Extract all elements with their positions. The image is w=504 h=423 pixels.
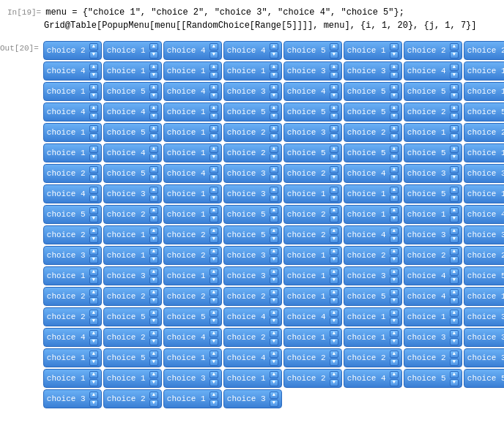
- arrow-up[interactable]: ▲: [89, 248, 98, 255]
- popup-cell[interactable]: choice 1▲▼: [163, 102, 222, 121]
- arrow-up[interactable]: ▲: [89, 43, 98, 50]
- arrow-down[interactable]: ▼: [330, 277, 338, 284]
- popup-cell[interactable]: choice 2▲▼: [103, 328, 162, 347]
- popup-cell[interactable]: choice 4▲▼: [163, 328, 222, 347]
- arrow-up[interactable]: ▲: [210, 248, 218, 255]
- arrow-down[interactable]: ▼: [89, 400, 98, 407]
- popup-cell[interactable]: choice 5▲▼: [103, 307, 162, 326]
- popup-cell[interactable]: choice 1▲▼: [163, 123, 222, 142]
- arrow-up[interactable]: ▲: [390, 351, 399, 358]
- arrow-up[interactable]: ▲: [210, 84, 218, 91]
- arrow-down[interactable]: ▼: [270, 174, 278, 181]
- popup-cell[interactable]: choice 2▲▼: [284, 225, 342, 244]
- popup-cell[interactable]: choice 2▲▼: [464, 41, 504, 60]
- popup-cell[interactable]: choice 3▲▼: [103, 184, 162, 203]
- popup-cell[interactable]: choice 5▲▼: [223, 102, 282, 121]
- popup-cell[interactable]: choice 1▲▼: [464, 143, 504, 162]
- popup-cell[interactable]: choice 3▲▼: [43, 389, 102, 408]
- arrow-up[interactable]: ▲: [270, 125, 278, 132]
- arrow-down[interactable]: ▼: [270, 236, 278, 243]
- popup-cell[interactable]: choice 5▲▼: [344, 143, 402, 162]
- arrow-up[interactable]: ▲: [390, 330, 399, 337]
- arrow-down[interactable]: ▼: [210, 400, 218, 407]
- arrow-down[interactable]: ▼: [330, 113, 338, 120]
- arrow-up[interactable]: ▲: [270, 207, 278, 214]
- popup-cell[interactable]: choice 4▲▼: [344, 164, 402, 183]
- arrow-up[interactable]: ▲: [330, 310, 338, 317]
- popup-cell[interactable]: choice 2▲▼: [284, 205, 342, 224]
- popup-cell[interactable]: choice 5▲▼: [284, 143, 342, 162]
- popup-cell[interactable]: choice 2▲▼: [284, 164, 342, 183]
- popup-cell[interactable]: choice 5▲▼: [464, 266, 504, 285]
- arrow-down[interactable]: ▼: [270, 113, 278, 120]
- arrow-down[interactable]: ▼: [330, 297, 338, 304]
- popup-cell[interactable]: choice 2▲▼: [103, 287, 162, 306]
- arrow-up[interactable]: ▲: [390, 310, 399, 317]
- arrow-up[interactable]: ▲: [89, 371, 98, 378]
- popup-cell[interactable]: choice 1▲▼: [284, 184, 342, 203]
- popup-cell[interactable]: choice 2▲▼: [223, 287, 282, 306]
- popup-cell[interactable]: choice 4▲▼: [43, 184, 102, 203]
- arrow-down[interactable]: ▼: [270, 215, 278, 222]
- arrow-up[interactable]: ▲: [270, 269, 278, 276]
- arrow-up[interactable]: ▲: [270, 64, 278, 71]
- arrow-up[interactable]: ▲: [149, 84, 158, 91]
- popup-cell[interactable]: choice 2▲▼: [404, 246, 462, 265]
- arrow-up[interactable]: ▲: [390, 146, 399, 153]
- arrow-down[interactable]: ▼: [390, 256, 399, 263]
- popup-cell[interactable]: choice 1▲▼: [404, 307, 462, 326]
- arrow-up[interactable]: ▲: [450, 228, 459, 235]
- popup-cell[interactable]: choice 3▲▼: [103, 266, 162, 285]
- popup-cell[interactable]: choice 2▲▼: [223, 328, 282, 347]
- popup-cell[interactable]: choice 2▲▼: [404, 102, 462, 121]
- arrow-down[interactable]: ▼: [149, 318, 158, 325]
- arrow-down[interactable]: ▼: [390, 277, 399, 284]
- arrow-down[interactable]: ▼: [270, 297, 278, 304]
- arrow-up[interactable]: ▲: [89, 289, 98, 296]
- arrow-up[interactable]: ▲: [270, 166, 278, 173]
- popup-cell[interactable]: choice 1▲▼: [223, 61, 282, 81]
- arrow-up[interactable]: ▲: [450, 125, 459, 132]
- arrow-down[interactable]: ▼: [210, 154, 218, 161]
- arrow-up[interactable]: ▲: [390, 105, 399, 112]
- popup-cell[interactable]: choice 4▲▼: [163, 41, 222, 60]
- arrow-down[interactable]: ▼: [149, 297, 158, 304]
- arrow-up[interactable]: ▲: [330, 207, 338, 214]
- popup-cell[interactable]: choice 1▲▼: [43, 143, 102, 162]
- arrow-down[interactable]: ▼: [450, 92, 459, 100]
- arrow-down[interactable]: ▼: [450, 133, 459, 141]
- popup-cell[interactable]: choice 4▲▼: [223, 41, 282, 60]
- popup-cell[interactable]: choice 3▲▼: [404, 328, 462, 347]
- arrow-down[interactable]: ▼: [450, 215, 459, 222]
- arrow-up[interactable]: ▲: [450, 310, 459, 317]
- popup-cell[interactable]: choice 5▲▼: [223, 205, 282, 224]
- arrow-up[interactable]: ▲: [390, 64, 399, 71]
- popup-cell[interactable]: choice 2▲▼: [223, 123, 282, 142]
- arrow-up[interactable]: ▲: [270, 289, 278, 296]
- popup-cell[interactable]: choice 3▲▼: [464, 307, 504, 326]
- popup-cell[interactable]: choice 4▲▼: [284, 307, 342, 326]
- arrow-down[interactable]: ▼: [149, 400, 158, 407]
- arrow-up[interactable]: ▲: [390, 371, 399, 378]
- arrow-down[interactable]: ▼: [89, 72, 98, 79]
- arrow-down[interactable]: ▼: [210, 277, 218, 284]
- arrow-up[interactable]: ▲: [330, 125, 338, 132]
- arrow-up[interactable]: ▲: [270, 146, 278, 153]
- arrow-down[interactable]: ▼: [450, 338, 459, 345]
- arrow-down[interactable]: ▼: [390, 236, 399, 243]
- popup-cell[interactable]: choice 3▲▼: [223, 246, 282, 265]
- arrow-up[interactable]: ▲: [270, 105, 278, 112]
- arrow-down[interactable]: ▼: [450, 236, 459, 243]
- popup-cell[interactable]: choice 1▲▼: [404, 205, 462, 224]
- arrow-down[interactable]: ▼: [330, 256, 338, 263]
- popup-cell[interactable]: choice 5▲▼: [284, 41, 342, 60]
- arrow-up[interactable]: ▲: [330, 64, 338, 71]
- popup-cell[interactable]: choice 1▲▼: [103, 369, 162, 388]
- arrow-up[interactable]: ▲: [390, 187, 399, 194]
- popup-cell[interactable]: choice 3▲▼: [464, 164, 504, 183]
- popup-cell[interactable]: choice 4▲▼: [43, 61, 102, 81]
- popup-cell[interactable]: choice 3▲▼: [223, 266, 282, 285]
- arrow-down[interactable]: ▼: [89, 113, 98, 120]
- arrow-down[interactable]: ▼: [390, 72, 399, 79]
- arrow-up[interactable]: ▲: [89, 392, 98, 399]
